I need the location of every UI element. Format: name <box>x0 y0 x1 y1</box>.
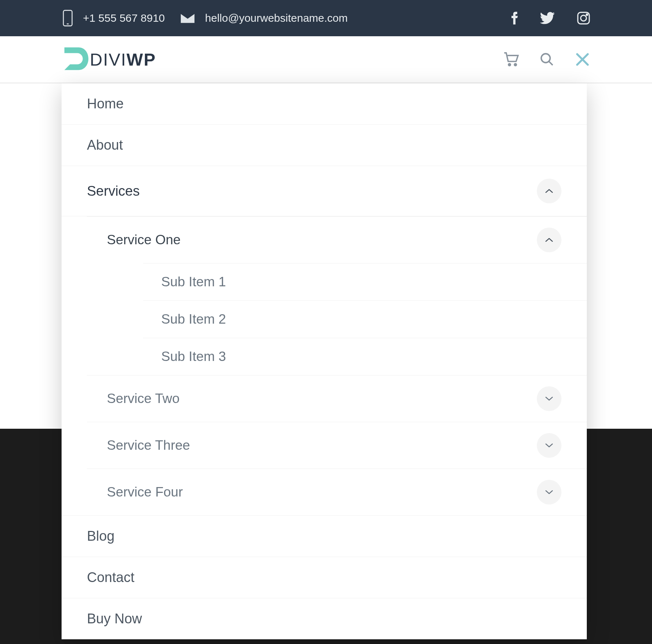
search-icon[interactable] <box>539 52 555 67</box>
menu-item-sub3[interactable]: Sub Item 3 <box>143 338 587 375</box>
svg-point-7 <box>541 54 550 63</box>
phone-icon <box>62 9 74 27</box>
submenu-service-one: Sub Item 1 Sub Item 2 Sub Item 3 <box>143 263 587 375</box>
twitter-icon[interactable] <box>540 12 555 24</box>
header-icons <box>503 51 590 67</box>
menu-item-contact[interactable]: Contact <box>62 557 587 598</box>
logo-text: DIVIWP <box>90 50 156 70</box>
email-item[interactable]: hello@yourwebsitename.com <box>179 12 348 24</box>
chevron-up-icon[interactable] <box>537 228 561 252</box>
menu-item-service-two[interactable]: Service Two <box>87 375 587 422</box>
menu-item-sub1[interactable]: Sub Item 1 <box>143 263 587 300</box>
close-icon[interactable] <box>574 51 590 67</box>
menu-item-home[interactable]: Home <box>62 83 587 125</box>
menu-item-service-one[interactable]: Service One <box>87 216 587 263</box>
menu-item-label: Sub Item 1 <box>161 274 226 290</box>
menu-item-blog[interactable]: Blog <box>62 515 587 557</box>
menu-item-buy-now[interactable]: Buy Now <box>62 598 587 639</box>
phone-item[interactable]: +1 555 567 8910 <box>62 9 165 27</box>
header: DIVIWP <box>0 36 652 83</box>
menu-item-label: Blog <box>87 528 114 544</box>
topbar-social <box>511 11 590 25</box>
email-icon <box>179 12 196 24</box>
instagram-icon[interactable] <box>577 11 590 25</box>
menu-item-label: Sub Item 2 <box>161 312 226 327</box>
facebook-icon[interactable] <box>511 11 518 25</box>
menu-item-label: Service Four <box>107 485 183 500</box>
phone-text: +1 555 567 8910 <box>83 12 165 24</box>
logo[interactable]: DIVIWP <box>62 45 156 74</box>
menu-item-label: Service One <box>107 232 181 248</box>
menu-item-service-three[interactable]: Service Three <box>87 422 587 469</box>
chevron-down-icon[interactable] <box>537 433 561 458</box>
menu-item-sub2[interactable]: Sub Item 2 <box>143 300 587 338</box>
mobile-menu: Home About Services Service One Sub Item… <box>62 83 587 639</box>
topbar-left: +1 555 567 8910 hello@yourwebsitename.co… <box>62 9 348 27</box>
cart-icon[interactable] <box>503 52 519 67</box>
menu-item-services[interactable]: Services <box>62 166 587 216</box>
svg-point-5 <box>509 64 510 66</box>
menu-item-label: Service Three <box>107 438 190 453</box>
menu-item-label: Services <box>87 183 140 199</box>
svg-point-4 <box>586 14 588 16</box>
svg-point-6 <box>514 64 516 66</box>
menu-item-label: Home <box>87 96 124 112</box>
menu-item-label: Sub Item 3 <box>161 349 226 364</box>
menu-item-label: Buy Now <box>87 611 142 627</box>
chevron-down-icon[interactable] <box>537 386 561 411</box>
chevron-down-icon[interactable] <box>537 480 561 504</box>
svg-point-3 <box>581 15 586 21</box>
topbar: +1 555 567 8910 hello@yourwebsitename.co… <box>0 0 652 36</box>
menu-item-label: Service Two <box>107 391 180 406</box>
menu-item-service-four[interactable]: Service Four <box>87 469 587 515</box>
menu-item-label: About <box>87 137 123 153</box>
logo-d-icon <box>62 45 90 74</box>
svg-line-8 <box>549 61 553 65</box>
submenu-services: Service One Sub Item 1 Sub Item 2 Sub It… <box>87 216 587 515</box>
menu-item-label: Contact <box>87 570 134 585</box>
chevron-up-icon[interactable] <box>537 179 561 203</box>
menu-item-about[interactable]: About <box>62 125 587 166</box>
email-text: hello@yourwebsitename.com <box>205 12 348 24</box>
